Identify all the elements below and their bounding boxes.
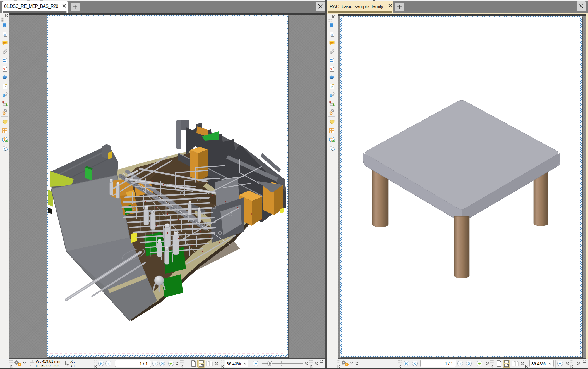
svg-text:T: T — [330, 85, 332, 88]
svg-text:T: T — [3, 85, 5, 88]
